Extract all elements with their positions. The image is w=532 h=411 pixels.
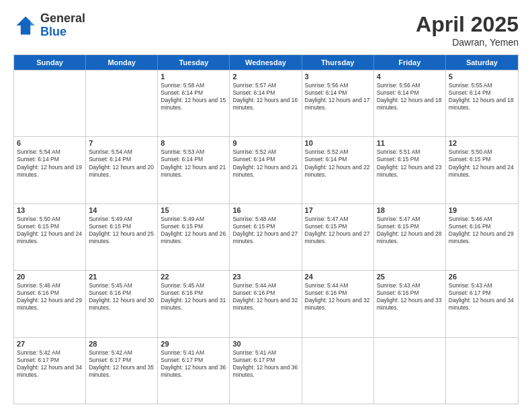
day-number: 6: [17, 139, 83, 147]
day-info: Sunrise: 5:52 AM Sunset: 6:14 PM Dayligh…: [305, 148, 371, 178]
day-number: 5: [449, 73, 515, 81]
day-number: 26: [449, 273, 515, 281]
calendar-cell: 10Sunrise: 5:52 AM Sunset: 6:14 PM Dayli…: [302, 137, 374, 203]
calendar-cell: 6Sunrise: 5:54 AM Sunset: 6:14 PM Daylig…: [14, 137, 86, 203]
calendar-cell: 12Sunrise: 5:50 AM Sunset: 6:15 PM Dayli…: [446, 137, 518, 203]
calendar: SundayMondayTuesdayWednesdayThursdayFrid…: [13, 54, 519, 404]
day-number: 11: [377, 139, 443, 147]
day-number: 30: [232, 340, 298, 348]
calendar-day-header: Wednesday: [230, 55, 302, 70]
calendar-cell: 2Sunrise: 5:57 AM Sunset: 6:14 PM Daylig…: [230, 71, 302, 136]
calendar-cell: 14Sunrise: 5:49 AM Sunset: 6:15 PM Dayli…: [86, 204, 158, 270]
day-info: Sunrise: 5:50 AM Sunset: 6:15 PM Dayligh…: [17, 216, 83, 245]
day-number: 21: [89, 273, 154, 281]
logo-general-text: General: [40, 12, 85, 26]
day-info: Sunrise: 5:54 AM Sunset: 6:14 PM Dayligh…: [17, 148, 83, 178]
day-info: Sunrise: 5:48 AM Sunset: 6:15 PM Dayligh…: [232, 216, 298, 245]
logo: General Blue: [13, 12, 85, 39]
day-info: Sunrise: 5:52 AM Sunset: 6:14 PM Dayligh…: [232, 148, 298, 178]
day-number: 20: [17, 273, 83, 281]
calendar-cell: 16Sunrise: 5:48 AM Sunset: 6:15 PM Dayli…: [230, 204, 302, 270]
day-info: Sunrise: 5:50 AM Sunset: 6:15 PM Dayligh…: [449, 148, 515, 178]
calendar-cell: 20Sunrise: 5:46 AM Sunset: 6:16 PM Dayli…: [14, 271, 86, 336]
calendar-cell: [446, 338, 518, 404]
calendar-title: April 2025: [416, 12, 519, 37]
day-number: 16: [232, 206, 298, 214]
day-info: Sunrise: 5:45 AM Sunset: 6:16 PM Dayligh…: [161, 282, 226, 312]
calendar-cell: 4Sunrise: 5:56 AM Sunset: 6:14 PM Daylig…: [374, 71, 446, 136]
day-info: Sunrise: 5:45 AM Sunset: 6:16 PM Dayligh…: [89, 282, 154, 312]
day-number: 7: [89, 139, 154, 147]
day-number: 1: [161, 73, 226, 81]
calendar-cell: [302, 338, 374, 404]
calendar-day-header: Tuesday: [158, 55, 230, 70]
calendar-cell: 21Sunrise: 5:45 AM Sunset: 6:16 PM Dayli…: [86, 271, 158, 336]
calendar-cell: 3Sunrise: 5:56 AM Sunset: 6:14 PM Daylig…: [302, 71, 374, 136]
day-number: 25: [377, 273, 443, 281]
calendar-week: 1Sunrise: 5:58 AM Sunset: 6:14 PM Daylig…: [14, 70, 518, 136]
calendar-cell: 15Sunrise: 5:49 AM Sunset: 6:15 PM Dayli…: [158, 204, 230, 270]
day-info: Sunrise: 5:51 AM Sunset: 6:15 PM Dayligh…: [377, 148, 443, 178]
day-info: Sunrise: 5:57 AM Sunset: 6:14 PM Dayligh…: [232, 82, 298, 111]
day-number: 2: [232, 73, 298, 81]
logo-text: General Blue: [40, 12, 85, 39]
calendar-cell: 8Sunrise: 5:53 AM Sunset: 6:14 PM Daylig…: [158, 137, 230, 203]
day-number: 28: [89, 340, 154, 348]
day-info: Sunrise: 5:44 AM Sunset: 6:16 PM Dayligh…: [232, 282, 298, 312]
calendar-day-header: Thursday: [302, 55, 374, 70]
day-info: Sunrise: 5:49 AM Sunset: 6:15 PM Dayligh…: [89, 216, 154, 245]
calendar-week: 13Sunrise: 5:50 AM Sunset: 6:15 PM Dayli…: [14, 203, 518, 270]
day-info: Sunrise: 5:54 AM Sunset: 6:14 PM Dayligh…: [89, 148, 154, 178]
day-info: Sunrise: 5:41 AM Sunset: 6:17 PM Dayligh…: [161, 349, 226, 379]
day-info: Sunrise: 5:43 AM Sunset: 6:16 PM Dayligh…: [377, 282, 443, 312]
calendar-cell: 24Sunrise: 5:44 AM Sunset: 6:16 PM Dayli…: [302, 271, 374, 336]
day-info: Sunrise: 5:42 AM Sunset: 6:17 PM Dayligh…: [89, 349, 154, 379]
calendar-cell: 17Sunrise: 5:47 AM Sunset: 6:15 PM Dayli…: [302, 204, 374, 270]
day-info: Sunrise: 5:44 AM Sunset: 6:16 PM Dayligh…: [305, 282, 371, 312]
calendar-cell: 13Sunrise: 5:50 AM Sunset: 6:15 PM Dayli…: [14, 204, 86, 270]
calendar-cell: 19Sunrise: 5:46 AM Sunset: 6:16 PM Dayli…: [446, 204, 518, 270]
day-info: Sunrise: 5:46 AM Sunset: 6:16 PM Dayligh…: [17, 282, 83, 312]
calendar-body: 1Sunrise: 5:58 AM Sunset: 6:14 PM Daylig…: [14, 70, 518, 404]
day-info: Sunrise: 5:47 AM Sunset: 6:15 PM Dayligh…: [377, 216, 443, 245]
calendar-cell: [86, 71, 158, 136]
day-info: Sunrise: 5:58 AM Sunset: 6:14 PM Dayligh…: [161, 82, 226, 111]
day-number: 4: [377, 73, 443, 81]
calendar-cell: 27Sunrise: 5:42 AM Sunset: 6:17 PM Dayli…: [14, 338, 86, 404]
day-number: 3: [305, 73, 371, 81]
logo-blue-text: Blue: [40, 26, 85, 39]
day-number: 24: [305, 273, 371, 281]
day-number: 13: [17, 206, 83, 214]
calendar-day-header: Monday: [86, 55, 158, 70]
title-block: April 2025 Dawran, Yemen: [416, 12, 519, 48]
day-info: Sunrise: 5:41 AM Sunset: 6:17 PM Dayligh…: [232, 349, 298, 379]
day-info: Sunrise: 5:43 AM Sunset: 6:17 PM Dayligh…: [449, 282, 515, 312]
calendar-header: SundayMondayTuesdayWednesdayThursdayFrid…: [14, 55, 518, 70]
calendar-cell: [14, 71, 86, 136]
day-number: 9: [232, 139, 298, 147]
day-number: 18: [377, 206, 443, 214]
day-number: 17: [305, 206, 371, 214]
day-number: 23: [232, 273, 298, 281]
day-info: Sunrise: 5:47 AM Sunset: 6:15 PM Dayligh…: [305, 216, 371, 245]
day-info: Sunrise: 5:46 AM Sunset: 6:16 PM Dayligh…: [449, 216, 515, 245]
calendar-subtitle: Dawran, Yemen: [416, 37, 519, 48]
calendar-cell: 23Sunrise: 5:44 AM Sunset: 6:16 PM Dayli…: [230, 271, 302, 336]
day-number: 12: [449, 139, 515, 147]
calendar-cell: 18Sunrise: 5:47 AM Sunset: 6:15 PM Dayli…: [374, 204, 446, 270]
calendar-cell: 1Sunrise: 5:58 AM Sunset: 6:14 PM Daylig…: [158, 71, 230, 136]
header: General Blue April 2025 Dawran, Yemen: [13, 12, 519, 48]
calendar-cell: 22Sunrise: 5:45 AM Sunset: 6:16 PM Dayli…: [158, 271, 230, 336]
logo-icon: [13, 13, 38, 38]
day-number: 8: [161, 139, 226, 147]
day-info: Sunrise: 5:56 AM Sunset: 6:14 PM Dayligh…: [377, 82, 443, 111]
day-info: Sunrise: 5:42 AM Sunset: 6:17 PM Dayligh…: [17, 349, 83, 379]
day-info: Sunrise: 5:49 AM Sunset: 6:15 PM Dayligh…: [161, 216, 226, 245]
calendar-cell: 11Sunrise: 5:51 AM Sunset: 6:15 PM Dayli…: [374, 137, 446, 203]
calendar-day-header: Saturday: [446, 55, 518, 70]
calendar-cell: 28Sunrise: 5:42 AM Sunset: 6:17 PM Dayli…: [86, 338, 158, 404]
day-number: 29: [161, 340, 226, 348]
calendar-cell: 9Sunrise: 5:52 AM Sunset: 6:14 PM Daylig…: [230, 137, 302, 203]
day-info: Sunrise: 5:55 AM Sunset: 6:14 PM Dayligh…: [449, 82, 515, 111]
day-number: 27: [17, 340, 83, 348]
